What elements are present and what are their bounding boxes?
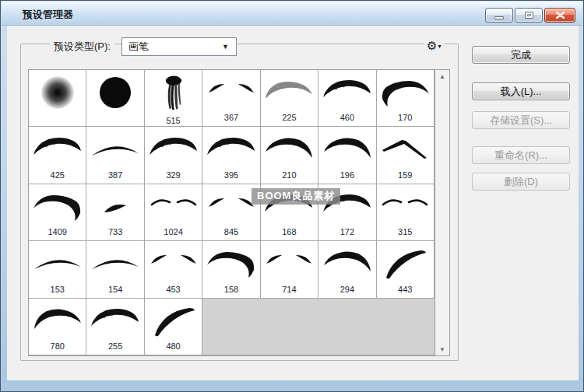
chevron-down-icon: ▼: [222, 43, 236, 51]
brush-size-label: 714: [261, 285, 318, 296]
scroll-down-button[interactable]: ▼: [435, 343, 449, 355]
brush-cell[interactable]: 714: [261, 241, 318, 298]
brush-size-label: 395: [202, 170, 259, 182]
brush-soft-round-icon: [29, 70, 86, 113]
brush-cell[interactable]: 196: [318, 127, 376, 184]
brush-size-label: 170: [377, 113, 434, 124]
brush-bushy-icon: [145, 127, 202, 170]
close-button[interactable]: [544, 8, 575, 23]
brush-size-label: 453: [145, 285, 202, 296]
close-icon: [556, 12, 565, 19]
brush-diag-icon: [377, 241, 434, 284]
brush-size-label: 387: [86, 170, 143, 182]
brush-cell[interactable]: 210: [261, 127, 318, 184]
brush-pair-icon: [202, 70, 259, 113]
brush-size-label: [86, 113, 143, 124]
brush-brow-icon: [318, 241, 375, 284]
minimize-button[interactable]: [485, 8, 513, 23]
done-button[interactable]: 完成: [472, 46, 570, 64]
brush-cell[interactable]: 453: [145, 241, 202, 298]
brush-size-label: 1024: [145, 227, 202, 239]
brush-thinpair-icon: [377, 184, 434, 227]
maximize-icon: [525, 12, 533, 19]
brush-pair-icon: [145, 241, 202, 284]
gear-icon: ⚙: [427, 39, 437, 52]
brush-cell[interactable]: 395: [202, 127, 260, 184]
brush-size-label: 294: [318, 285, 375, 296]
brush-size-label: 225: [261, 113, 318, 124]
brush-short-icon: [86, 184, 143, 227]
brush-cell[interactable]: 515: [145, 70, 202, 127]
brush-thinpair-icon: [145, 184, 202, 227]
brush-bushy-icon: [318, 70, 375, 113]
brush-cell[interactable]: 255: [86, 299, 144, 355]
load-button[interactable]: 载入(L)...: [472, 82, 570, 100]
brush-thick-icon: [29, 184, 86, 227]
brush-size-label: 210: [261, 170, 318, 182]
window-controls: [484, 8, 575, 23]
brush-cell[interactable]: 460: [318, 70, 376, 127]
brush-bushy-icon: [29, 127, 86, 170]
brush-cell[interactable]: 294: [318, 241, 376, 298]
brush-cell[interactable]: 733: [86, 184, 144, 241]
brush-size-label: 158: [202, 285, 259, 296]
brush-size-label: 443: [377, 285, 434, 296]
brush-size-label: 733: [86, 227, 143, 239]
maximize-button[interactable]: [515, 8, 543, 23]
brush-size-label: 425: [29, 170, 86, 182]
brush-size-label: [29, 113, 86, 124]
brush-cell[interactable]: 387: [86, 127, 144, 184]
brush-cell[interactable]: 425: [29, 127, 86, 184]
brush-thin-icon: [86, 241, 143, 284]
brush-cell[interactable]: 315: [377, 184, 434, 241]
scrollbar[interactable]: ▲ ▼: [434, 70, 449, 355]
brush-cell[interactable]: 480: [145, 299, 202, 355]
preset-type-label: 预设类型(P):: [50, 40, 114, 54]
titlebar[interactable]: 预设管理器: [2, 2, 582, 26]
brush-size-label: 172: [318, 227, 375, 239]
brush-cell[interactable]: 780: [29, 299, 86, 355]
brush-bushy-icon: [202, 127, 259, 170]
dialog-client-area: 预设类型(P): 画笔 ▼ ⚙▾ 51536722546017042538732…: [7, 26, 579, 380]
brush-angled-icon: [377, 127, 434, 170]
minimize-icon: [494, 16, 504, 19]
brush-diag-icon: [145, 299, 202, 341]
brush-cell[interactable]: 170: [377, 70, 434, 127]
brush-cell[interactable]: [29, 70, 86, 127]
brush-cell[interactable]: 329: [145, 127, 202, 184]
brush-cell[interactable]: 225: [261, 70, 318, 127]
scroll-up-button[interactable]: ▲: [435, 70, 449, 82]
brush-bushy-icon: [86, 299, 143, 341]
brush-cell[interactable]: 367: [202, 70, 260, 127]
rename-button[interactable]: 重命名(R)...: [472, 146, 570, 164]
window-title: 预设管理器: [23, 8, 73, 22]
empty-grid-area: [202, 299, 434, 355]
brush-size-label: 515: [145, 116, 202, 126]
brush-size-label: 196: [318, 170, 375, 182]
brush-cell[interactable]: 153: [29, 241, 86, 298]
brush-size-label: 153: [29, 285, 86, 296]
brush-cell[interactable]: 158: [202, 241, 260, 298]
brush-size-label: 159: [377, 170, 434, 182]
brush-cell[interactable]: 154: [86, 241, 144, 298]
brush-cell[interactable]: [86, 70, 144, 127]
brush-brow-icon: [318, 127, 375, 170]
brush-grid: 5153672254601704253873293952101961591409…: [29, 70, 434, 355]
brush-size-label: 315: [377, 227, 434, 239]
watermark: BOOM良品素材: [252, 188, 340, 205]
delete-button[interactable]: 删除(D): [472, 173, 570, 191]
brush-size-label: 460: [318, 113, 375, 124]
brush-cell[interactable]: 443: [377, 241, 434, 298]
gear-menu-button[interactable]: ⚙▾: [424, 37, 444, 55]
brush-cell[interactable]: 1409: [29, 184, 86, 241]
preset-type-value: 画笔: [122, 40, 222, 54]
preset-type-dropdown[interactable]: 画笔 ▼: [121, 37, 237, 56]
brush-cell[interactable]: 159: [377, 127, 434, 184]
brush-brow-icon: [29, 299, 86, 341]
brush-size-label: 845: [202, 227, 259, 239]
brush-size-label: 1409: [29, 227, 86, 239]
brush-cell[interactable]: 1024: [145, 184, 202, 241]
save-set-button[interactable]: 存储设置(S)...: [472, 111, 570, 129]
preset-manager-window: 预设管理器 预设类型(P): 画笔 ▼ ⚙▾ 51536722546017042…: [0, 0, 584, 392]
brush-thin-icon: [29, 241, 86, 284]
